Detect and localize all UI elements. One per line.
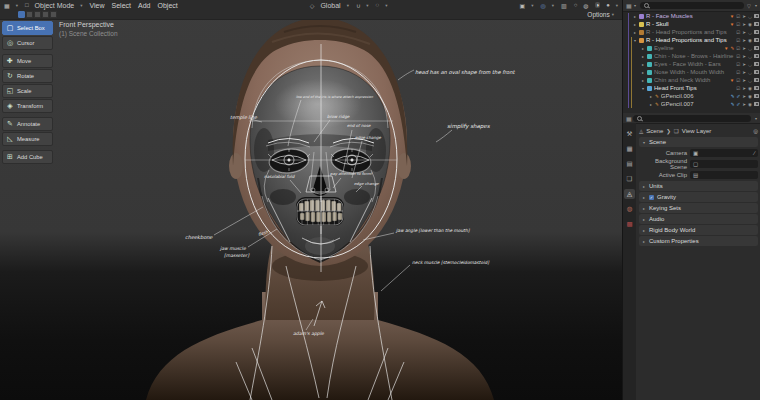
menu-add[interactable]: Add (138, 2, 150, 9)
gravity-checkbox[interactable]: ✓ (649, 195, 654, 200)
selectability-icon[interactable]: ➤ (742, 14, 746, 19)
panel-scene-header[interactable]: ▾ Scene (639, 137, 758, 147)
selectability-icon[interactable]: ➤ (742, 46, 746, 51)
expand-icon[interactable]: ▸ (633, 22, 637, 27)
outliner-row-gpencil-007[interactable]: ▸ ✎ GPencil.007 ✎ ✐ ➤◉ (623, 100, 760, 108)
selectability-icon[interactable]: ➤ (742, 86, 746, 91)
expand-icon[interactable]: ▸ (649, 94, 653, 99)
render-camera-icon[interactable] (754, 102, 759, 106)
tab-world[interactable]: ◍ (624, 204, 635, 214)
expand-icon[interactable]: ▸ (641, 54, 645, 59)
display-mode-icon[interactable]: ▦ (626, 2, 630, 9)
outliner-row-head-front-tips[interactable]: ▾ Head Front Tips ☑➤◉ (623, 84, 760, 92)
outliner-row-head-proportions[interactable]: ▾ R - Head Proportions and Tips ☑➤◉ (623, 36, 760, 44)
active-clip-select[interactable]: ▤ (690, 171, 758, 179)
expand-icon[interactable]: ▸ (641, 78, 645, 83)
selectability-icon[interactable]: ➤ (742, 78, 746, 83)
render-camera-icon[interactable] (754, 14, 759, 18)
panel-rigid-body-world[interactable]: ▸ Rigid Body World (639, 225, 758, 235)
proportional-edit-toggle[interactable]: ◌ ▾ (376, 2, 388, 8)
outliner-search-input[interactable] (640, 2, 744, 9)
tab-render[interactable]: ▦ (624, 144, 635, 154)
background-scene-select[interactable]: ▢ (690, 160, 758, 168)
hide-eye-icon[interactable]: ◉ (748, 22, 752, 27)
hide-eye-icon[interactable]: ◉ (748, 94, 752, 99)
render-camera-icon[interactable] (754, 94, 759, 98)
panel-audio[interactable]: ▸ Audio (639, 214, 758, 224)
selectability-icon[interactable]: ➤ (742, 22, 746, 27)
selectability-icon[interactable]: ➤ (742, 30, 746, 35)
expand-icon[interactable]: ▸ (641, 70, 645, 75)
collapse-icon[interactable]: ▾ (641, 86, 645, 91)
tab-view-layer[interactable]: ❏ (624, 174, 635, 184)
hide-eye-icon[interactable]: ◉ (748, 102, 752, 107)
selectable-checkbox[interactable]: ☑ (736, 70, 740, 75)
tool-add-cube[interactable]: ⊞ Add Cube (2, 150, 53, 164)
tool-annotate[interactable]: ✎ Annotate (2, 117, 53, 131)
breadcrumb-view-layer[interactable]: View Layer (682, 128, 712, 134)
outliner-row-head-proportions-hidden[interactable]: ▸ R - Head Proportions and Tips ☑➤◡ (623, 28, 760, 36)
tab-scene[interactable]: ◬ (624, 189, 635, 199)
selectable-checkbox[interactable]: ☑ (736, 22, 740, 27)
selectability-icon[interactable]: ➤ (742, 38, 746, 43)
panel-custom-properties[interactable]: ▸ Custom Properties (639, 236, 758, 246)
collapse-icon[interactable]: ▾ (633, 38, 637, 43)
expand-icon[interactable]: ▸ (633, 14, 637, 19)
hide-eye-icon[interactable]: ◡ (748, 62, 752, 67)
hide-eye-icon[interactable]: ◉ (748, 38, 752, 43)
breadcrumb-scene[interactable]: Scene (646, 128, 663, 134)
hide-eye-icon[interactable]: ◡ (748, 46, 752, 51)
menu-select[interactable]: Select (112, 2, 131, 9)
tool-cursor[interactable]: ◎ Cursor (2, 36, 53, 50)
render-camera-icon[interactable] (754, 46, 759, 50)
hide-eye-icon[interactable]: ◡ (748, 30, 752, 35)
render-camera-icon[interactable] (754, 78, 759, 82)
pin-icon[interactable]: ◎ (753, 128, 758, 134)
render-camera-icon[interactable] (754, 38, 759, 42)
editor-type-button[interactable]: ▦ ▾ (4, 2, 18, 9)
outliner-row-eyeline[interactable]: ▸ Eyeline ▼ ✎ ☑➤◡ (623, 44, 760, 52)
xray-toggle[interactable]: ▥ (561, 2, 567, 9)
hide-eye-icon[interactable]: ◡ (748, 54, 752, 59)
tool-rotate[interactable]: ↻ Rotate (2, 69, 53, 83)
outliner-row-eyes-face-width[interactable]: ▸ Eyes - Face Width - Ears ☑➤◡ (623, 60, 760, 68)
snap-toggle[interactable]: ∪ ▾ (356, 2, 369, 9)
outliner-row-skull[interactable]: ▸ R - Skull ▼ ☑➤◉ (623, 20, 760, 28)
editor-type-icon[interactable]: ▦ (626, 115, 630, 122)
camera-select[interactable]: ▣ ∕ (690, 149, 758, 157)
selectable-checkbox[interactable]: ☑ (736, 86, 740, 91)
tab-texture[interactable]: ▩ (624, 219, 635, 229)
select-variant-active[interactable] (18, 11, 25, 18)
selectability-icon[interactable]: ➤ (742, 94, 746, 99)
render-camera-icon[interactable] (754, 30, 759, 34)
selectability-icon[interactable]: ➤ (742, 54, 746, 59)
select-variant[interactable] (50, 11, 57, 18)
gizmo-toggle[interactable]: ▣ ▾ (520, 2, 534, 9)
hide-eye-icon[interactable]: ◡ (748, 78, 752, 83)
expand-icon[interactable]: ▸ (649, 102, 653, 107)
selectable-checkbox[interactable]: ☑ (736, 14, 740, 19)
eyedropper-icon[interactable]: ∕ (754, 150, 755, 156)
hide-eye-icon[interactable]: ◡ (748, 14, 752, 19)
expand-icon[interactable]: ▸ (633, 30, 637, 35)
outliner-row-face-muscles[interactable]: ▸ R - Face Muscles ▼ ☑➤◡ (623, 12, 760, 20)
select-tool-variants[interactable] (18, 11, 57, 18)
selectable-checkbox[interactable]: ☑ (736, 38, 740, 43)
render-camera-icon[interactable] (754, 86, 759, 90)
overlays-toggle[interactable]: ◎ ▾ (540, 2, 554, 9)
filter-icon[interactable]: ▽ (747, 3, 751, 9)
selectability-icon[interactable]: ➤ (742, 62, 746, 67)
render-camera-icon[interactable] (754, 22, 759, 26)
properties-search-input[interactable] (633, 115, 751, 122)
select-variant[interactable] (42, 11, 49, 18)
tab-output[interactable]: ▤ (624, 159, 635, 169)
tool-transform[interactable]: ◈ Transform (2, 99, 53, 113)
selectability-icon[interactable]: ➤ (742, 70, 746, 75)
options-dropdown[interactable]: Options ▾ (587, 11, 614, 18)
panel-keying-sets[interactable]: ▸ Keying Sets (639, 203, 758, 213)
render-camera-icon[interactable] (754, 54, 759, 58)
mode-dropdown[interactable]: □ Object Mode ▾ (25, 2, 83, 9)
outliner-row-gpencil-006[interactable]: ▸ ✎ GPencil.006 ✎ ✐ ➤◉ (623, 92, 760, 100)
selectability-icon[interactable]: ➤ (742, 102, 746, 107)
menu-view[interactable]: View (90, 2, 105, 9)
